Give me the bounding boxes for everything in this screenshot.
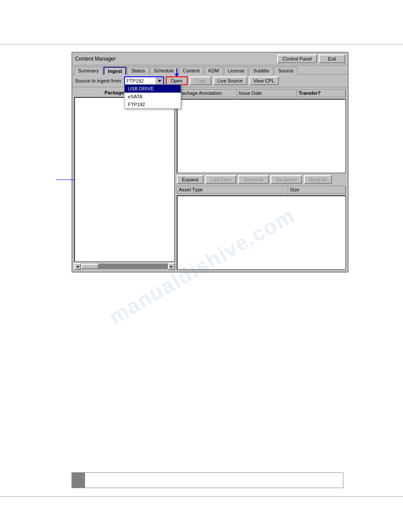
tab-source[interactable]: Source [274, 67, 297, 75]
dropdown-item-ftp192[interactable]: FTP192 [125, 101, 181, 108]
tab-kdm[interactable]: KDM [204, 67, 223, 75]
right-panel: Package Annotation Issue Date Transfer? … [177, 89, 346, 270]
open-button[interactable]: Open [166, 76, 188, 85]
legend-color-swatch [72, 473, 85, 488]
package-table-header: Package Annotation Issue Date Transfer? [177, 89, 346, 97]
page-wrapper: Content Manager Control Panel Exit Summa… [0, 0, 403, 532]
legend-box [71, 472, 343, 488]
tab-ingest[interactable]: Ingest [103, 67, 126, 75]
exit-button[interactable]: Exit [319, 54, 345, 63]
de-select-button[interactable]: De-Select [271, 175, 302, 184]
tab-status[interactable]: Status [127, 67, 149, 75]
col-transfer: Transfer? [297, 90, 346, 97]
dropdown-item-esata[interactable]: eSATA [125, 93, 181, 101]
scroll-right-btn[interactable]: ► [168, 263, 175, 270]
col-size: Size [288, 186, 346, 193]
copy-button[interactable]: Copy [189, 76, 211, 85]
source-label: Source to ingest from: [75, 78, 122, 83]
package-table-body[interactable] [177, 99, 346, 173]
top-rule [0, 44, 403, 44]
open-arrow-line [176, 68, 177, 74]
window-title: Content Manager [75, 56, 116, 62]
scroll-thumb[interactable] [81, 264, 99, 269]
expand-row: Expand Last Files Select All De-Select B… [177, 175, 346, 184]
package-browser-list[interactable] [74, 97, 175, 262]
view-cpl-button[interactable]: View CPL [249, 76, 279, 85]
live-source-button[interactable]: Live Source [213, 76, 247, 85]
bottom-rule [0, 496, 403, 497]
tab-bar: Summary Ingest Status Schedule Content K… [72, 65, 348, 75]
left-panel: Package Browser ◄ ► [74, 89, 175, 270]
dropdown-item-usb[interactable]: USB DRIVE [125, 85, 181, 93]
col-package-annotation: Package Annotation [177, 90, 237, 97]
annotation-line [56, 180, 75, 180]
tab-subtitle[interactable]: Subtitle [249, 67, 273, 75]
expand-button[interactable]: Expand [177, 175, 203, 184]
scroll-left-btn[interactable]: ◄ [74, 263, 81, 270]
tab-summary[interactable]: Summary [74, 67, 103, 75]
main-area: Package Browser ◄ ► Package Ann [72, 87, 348, 272]
tab-license[interactable]: License [224, 67, 249, 75]
source-dropdown-menu: USB DRIVE eSATA FTP192 [124, 84, 181, 109]
col-asset-type: Asset Type [177, 186, 288, 193]
source-dropdown-arrow[interactable] [156, 79, 163, 83]
last-files-button[interactable]: Last Files [205, 175, 236, 184]
open-arrow-indicator [175, 68, 179, 77]
tab-schedule[interactable]: Schedule [150, 67, 178, 75]
open-btn-wrapper: Open [166, 76, 188, 85]
control-panel-button[interactable]: Control Panel [277, 54, 317, 63]
chevron-down-icon [158, 80, 161, 82]
col-issue-date: Issue Date [237, 90, 297, 97]
asset-table-body[interactable] [177, 195, 346, 270]
asset-table-header: Asset Type Size [177, 186, 346, 194]
open-arrow-head [175, 74, 179, 77]
select-all-button[interactable]: Select All [238, 175, 268, 184]
source-dropdown-wrapper: FTP192 USB DRIVE eSATA FTP192 [124, 76, 164, 85]
horizontal-scrollbar: ◄ ► [74, 263, 175, 270]
bring-all-button[interactable]: Bring All [304, 175, 332, 184]
tab-content[interactable]: Content [179, 67, 204, 75]
titlebar: Content Manager Control Panel Exit [72, 53, 348, 65]
scroll-track[interactable] [81, 264, 168, 269]
source-display: FTP192 [125, 77, 156, 84]
content-manager-window: Content Manager Control Panel Exit Summa… [71, 52, 349, 273]
titlebar-buttons: Control Panel Exit [277, 54, 345, 63]
toolbar: Source to ingest from: FTP192 USB DRIVE … [72, 75, 348, 87]
legend-text [85, 478, 92, 482]
